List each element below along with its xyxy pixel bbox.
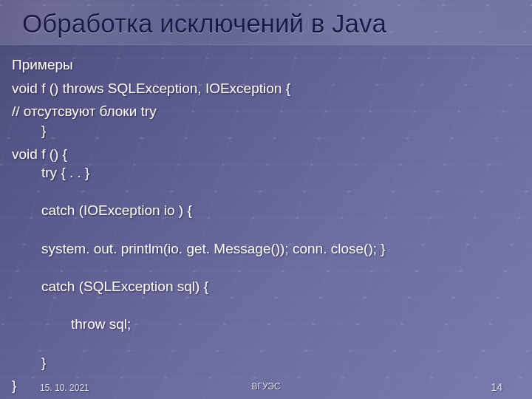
code-line: // отсутсвуют блоки try [12,103,157,119]
code-line: catch (SQLException sql) { [12,277,520,296]
page-number: 14 [491,381,502,393]
code-line: } [12,121,520,140]
slide-content: Примеры void f () throws SQLException, I… [0,45,532,395]
code-line: try { . . } [12,163,520,183]
code-line: throw sql; [12,315,520,334]
code-line: } [12,353,520,372]
footer-date: 15. 10. 2021 [40,383,89,393]
code-line: catch (IOException io ) { [12,201,520,220]
code-line: void f () throws SQLException, IOExcepti… [12,79,520,98]
footer-org: ВГУЭС [251,381,280,392]
page-title: Обработка исключений в Java [22,9,510,38]
footer: 15. 10. 2021 ВГУЭС 14 [0,381,532,393]
code-block: // отсутсвуют блоки try } [12,102,520,140]
code-line: void f () { [12,146,67,162]
code-line: system. out. printlm(io. get. Message())… [12,239,520,259]
title-banner: Обработка исключений в Java [0,0,532,45]
code-block: void f () { try { . . } catch (IOExcepti… [12,145,520,372]
subtitle: Примеры [12,55,520,75]
